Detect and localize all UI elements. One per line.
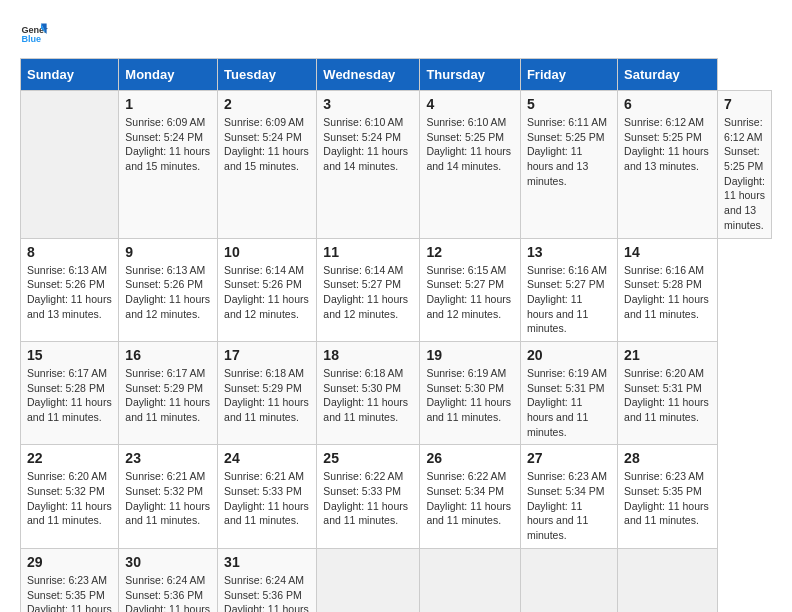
day-info: Sunrise: 6:24 AMSunset: 5:36 PMDaylight:… [224, 573, 310, 612]
calendar-day-cell: 4Sunrise: 6:10 AMSunset: 5:25 PMDaylight… [420, 91, 521, 239]
svg-text:Blue: Blue [21, 34, 41, 44]
day-number: 4 [426, 96, 514, 112]
calendar-day-cell: 20Sunrise: 6:19 AMSunset: 5:31 PMDayligh… [520, 341, 617, 444]
day-info: Sunrise: 6:16 AMSunset: 5:28 PMDaylight:… [624, 263, 711, 322]
calendar-day-cell [420, 548, 521, 612]
day-info: Sunrise: 6:10 AMSunset: 5:25 PMDaylight:… [426, 115, 514, 174]
day-info: Sunrise: 6:17 AMSunset: 5:28 PMDaylight:… [27, 366, 112, 425]
calendar-day-cell: 23Sunrise: 6:21 AMSunset: 5:32 PMDayligh… [119, 445, 218, 548]
calendar-day-cell: 14Sunrise: 6:16 AMSunset: 5:28 PMDayligh… [618, 238, 718, 341]
calendar-day-cell: 2Sunrise: 6:09 AMSunset: 5:24 PMDaylight… [218, 91, 317, 239]
calendar-day-cell: 28Sunrise: 6:23 AMSunset: 5:35 PMDayligh… [618, 445, 718, 548]
calendar-day-cell: 12Sunrise: 6:15 AMSunset: 5:27 PMDayligh… [420, 238, 521, 341]
day-info: Sunrise: 6:19 AMSunset: 5:31 PMDaylight:… [527, 366, 611, 439]
day-number: 17 [224, 347, 310, 363]
day-number: 10 [224, 244, 310, 260]
calendar-day-cell: 1Sunrise: 6:09 AMSunset: 5:24 PMDaylight… [119, 91, 218, 239]
day-info: Sunrise: 6:22 AMSunset: 5:34 PMDaylight:… [426, 469, 514, 528]
day-info: Sunrise: 6:14 AMSunset: 5:26 PMDaylight:… [224, 263, 310, 322]
calendar-day-cell: 8Sunrise: 6:13 AMSunset: 5:26 PMDaylight… [21, 238, 119, 341]
day-number: 23 [125, 450, 211, 466]
day-info: Sunrise: 6:23 AMSunset: 5:34 PMDaylight:… [527, 469, 611, 542]
day-number: 29 [27, 554, 112, 570]
calendar-week-row: 29Sunrise: 6:23 AMSunset: 5:35 PMDayligh… [21, 548, 772, 612]
calendar-day-cell: 25Sunrise: 6:22 AMSunset: 5:33 PMDayligh… [317, 445, 420, 548]
calendar-week-row: 22Sunrise: 6:20 AMSunset: 5:32 PMDayligh… [21, 445, 772, 548]
calendar-day-cell: 3Sunrise: 6:10 AMSunset: 5:24 PMDaylight… [317, 91, 420, 239]
logo: General Blue [20, 20, 48, 48]
calendar-day-cell: 15Sunrise: 6:17 AMSunset: 5:28 PMDayligh… [21, 341, 119, 444]
day-info: Sunrise: 6:23 AMSunset: 5:35 PMDaylight:… [27, 573, 112, 612]
calendar-day-cell: 13Sunrise: 6:16 AMSunset: 5:27 PMDayligh… [520, 238, 617, 341]
day-info: Sunrise: 6:11 AMSunset: 5:25 PMDaylight:… [527, 115, 611, 188]
day-info: Sunrise: 6:09 AMSunset: 5:24 PMDaylight:… [125, 115, 211, 174]
day-number: 30 [125, 554, 211, 570]
calendar-day-cell: 24Sunrise: 6:21 AMSunset: 5:33 PMDayligh… [218, 445, 317, 548]
day-number: 5 [527, 96, 611, 112]
day-number: 13 [527, 244, 611, 260]
calendar-day-cell: 17Sunrise: 6:18 AMSunset: 5:29 PMDayligh… [218, 341, 317, 444]
day-info: Sunrise: 6:13 AMSunset: 5:26 PMDaylight:… [27, 263, 112, 322]
calendar-day-cell: 16Sunrise: 6:17 AMSunset: 5:29 PMDayligh… [119, 341, 218, 444]
calendar-day-cell: 19Sunrise: 6:19 AMSunset: 5:30 PMDayligh… [420, 341, 521, 444]
day-info: Sunrise: 6:15 AMSunset: 5:27 PMDaylight:… [426, 263, 514, 322]
day-info: Sunrise: 6:23 AMSunset: 5:35 PMDaylight:… [624, 469, 711, 528]
logo-icon: General Blue [20, 20, 48, 48]
calendar-day-cell [618, 548, 718, 612]
weekday-header-row: SundayMondayTuesdayWednesdayThursdayFrid… [21, 59, 772, 91]
day-number: 16 [125, 347, 211, 363]
day-number: 22 [27, 450, 112, 466]
calendar-body: 1Sunrise: 6:09 AMSunset: 5:24 PMDaylight… [21, 91, 772, 613]
calendar-week-row: 1Sunrise: 6:09 AMSunset: 5:24 PMDaylight… [21, 91, 772, 239]
calendar-day-cell [317, 548, 420, 612]
weekday-header-cell: Sunday [21, 59, 119, 91]
page-header: General Blue [20, 20, 772, 48]
day-info: Sunrise: 6:17 AMSunset: 5:29 PMDaylight:… [125, 366, 211, 425]
day-info: Sunrise: 6:24 AMSunset: 5:36 PMDaylight:… [125, 573, 211, 612]
calendar-day-cell: 21Sunrise: 6:20 AMSunset: 5:31 PMDayligh… [618, 341, 718, 444]
day-number: 9 [125, 244, 211, 260]
day-info: Sunrise: 6:20 AMSunset: 5:32 PMDaylight:… [27, 469, 112, 528]
calendar-day-cell: 11Sunrise: 6:14 AMSunset: 5:27 PMDayligh… [317, 238, 420, 341]
day-info: Sunrise: 6:22 AMSunset: 5:33 PMDaylight:… [323, 469, 413, 528]
day-info: Sunrise: 6:20 AMSunset: 5:31 PMDaylight:… [624, 366, 711, 425]
day-number: 26 [426, 450, 514, 466]
calendar-day-cell: 5Sunrise: 6:11 AMSunset: 5:25 PMDaylight… [520, 91, 617, 239]
calendar-day-cell: 6Sunrise: 6:12 AMSunset: 5:25 PMDaylight… [618, 91, 718, 239]
day-info: Sunrise: 6:16 AMSunset: 5:27 PMDaylight:… [527, 263, 611, 336]
day-info: Sunrise: 6:18 AMSunset: 5:29 PMDaylight:… [224, 366, 310, 425]
calendar-day-cell: 31Sunrise: 6:24 AMSunset: 5:36 PMDayligh… [218, 548, 317, 612]
weekday-header-cell: Tuesday [218, 59, 317, 91]
day-number: 2 [224, 96, 310, 112]
weekday-header-cell: Friday [520, 59, 617, 91]
day-info: Sunrise: 6:10 AMSunset: 5:24 PMDaylight:… [323, 115, 413, 174]
weekday-header-cell: Wednesday [317, 59, 420, 91]
day-number: 21 [624, 347, 711, 363]
empty-cell [21, 91, 119, 239]
weekday-header-cell: Monday [119, 59, 218, 91]
day-info: Sunrise: 6:21 AMSunset: 5:33 PMDaylight:… [224, 469, 310, 528]
day-info: Sunrise: 6:12 AMSunset: 5:25 PMDaylight:… [624, 115, 711, 174]
day-info: Sunrise: 6:13 AMSunset: 5:26 PMDaylight:… [125, 263, 211, 322]
day-number: 20 [527, 347, 611, 363]
day-info: Sunrise: 6:21 AMSunset: 5:32 PMDaylight:… [125, 469, 211, 528]
day-number: 24 [224, 450, 310, 466]
day-number: 31 [224, 554, 310, 570]
day-info: Sunrise: 6:14 AMSunset: 5:27 PMDaylight:… [323, 263, 413, 322]
day-number: 27 [527, 450, 611, 466]
calendar-day-cell: 7Sunrise: 6:12 AMSunset: 5:25 PMDaylight… [718, 91, 772, 239]
calendar-day-cell: 10Sunrise: 6:14 AMSunset: 5:26 PMDayligh… [218, 238, 317, 341]
calendar-day-cell: 27Sunrise: 6:23 AMSunset: 5:34 PMDayligh… [520, 445, 617, 548]
weekday-header-cell: Thursday [420, 59, 521, 91]
calendar-day-cell [520, 548, 617, 612]
calendar-day-cell: 29Sunrise: 6:23 AMSunset: 5:35 PMDayligh… [21, 548, 119, 612]
day-number: 12 [426, 244, 514, 260]
calendar-week-row: 8Sunrise: 6:13 AMSunset: 5:26 PMDaylight… [21, 238, 772, 341]
calendar-day-cell: 9Sunrise: 6:13 AMSunset: 5:26 PMDaylight… [119, 238, 218, 341]
weekday-header-cell: Saturday [618, 59, 718, 91]
day-number: 3 [323, 96, 413, 112]
day-info: Sunrise: 6:19 AMSunset: 5:30 PMDaylight:… [426, 366, 514, 425]
calendar-day-cell: 18Sunrise: 6:18 AMSunset: 5:30 PMDayligh… [317, 341, 420, 444]
day-info: Sunrise: 6:09 AMSunset: 5:24 PMDaylight:… [224, 115, 310, 174]
day-number: 14 [624, 244, 711, 260]
